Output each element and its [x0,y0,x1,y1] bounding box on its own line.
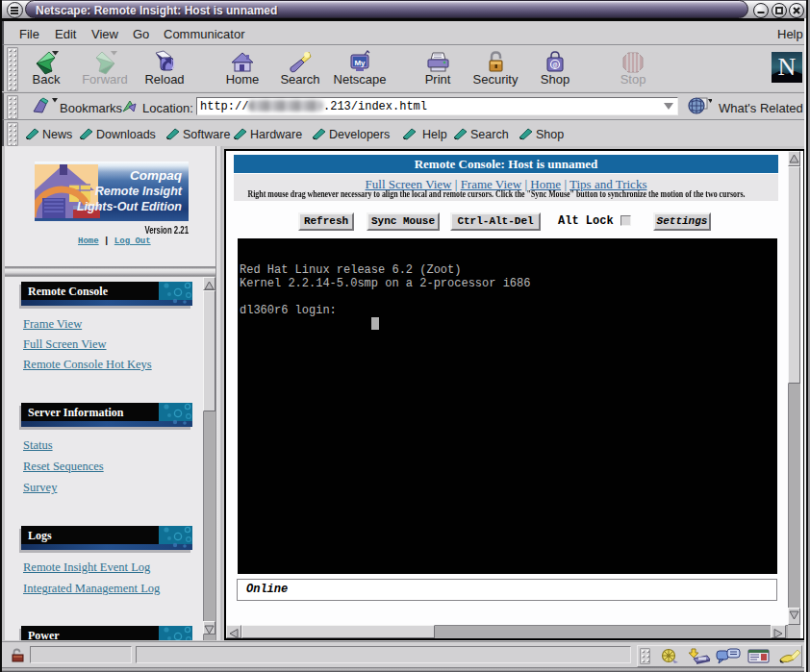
svg-text:Lights-Out Edition: Lights-Out Edition [77,200,182,213]
svg-text:@: @ [553,61,558,69]
svg-text:Remote Insight: Remote Insight [95,185,183,198]
svg-text:N: N [778,53,797,81]
svg-text:My: My [354,59,366,67]
svg-text:Compaq: Compaq [130,168,183,183]
